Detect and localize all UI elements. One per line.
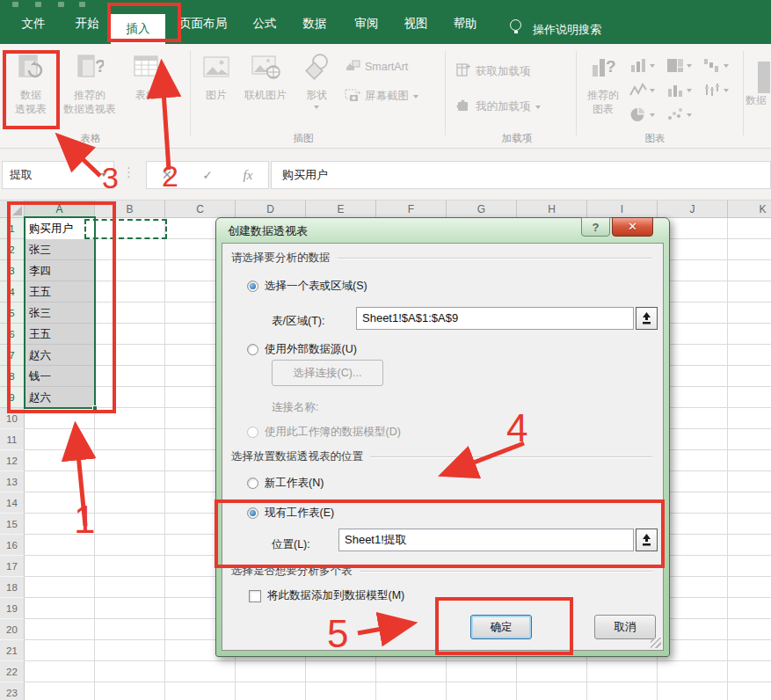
- online-pictures-button[interactable]: 联机图片: [239, 53, 292, 132]
- radio-unselected-icon[interactable]: [247, 478, 258, 489]
- connection-name-label: 连接名称:: [272, 400, 318, 415]
- column-header[interactable]: J: [658, 201, 728, 218]
- lightbulb-icon: [510, 19, 521, 31]
- get-addins-icon: +: [455, 63, 471, 80]
- insert-scatter-chart-button[interactable]: [666, 107, 692, 122]
- tab-home[interactable]: 开始: [76, 16, 99, 32]
- recommended-pivottables-button[interactable]: ? 推荐的 数据透视表: [56, 53, 123, 132]
- radio-select-table-range[interactable]: 选择一个表或区域(S): [247, 279, 367, 294]
- table-range-input[interactable]: Sheet1!$A$1:$A$9: [356, 307, 634, 330]
- checkbox-unchecked-icon[interactable]: [249, 590, 261, 602]
- row-header[interactable]: 23: [0, 682, 25, 700]
- insert-waterfall-chart-button[interactable]: [703, 58, 729, 73]
- choose-connection-button: 选择连接(C)...: [272, 360, 383, 386]
- tab-view[interactable]: 视图: [404, 16, 428, 32]
- online-pictures-label: 联机图片: [244, 88, 287, 102]
- insert-hierarchy-chart-button[interactable]: [666, 58, 692, 73]
- excel-window: 文件 开始 插入 页面布局 公式 数据 审阅 视图 帮助 操作说明搜索 数据 透…: [0, 0, 771, 700]
- scatter-chart-dropdown-icon: [687, 113, 692, 117]
- row-header[interactable]: 22: [0, 661, 25, 682]
- checkbox-add-to-data-model[interactable]: 将此数据添加到数据模型(M): [249, 588, 404, 603]
- column-header[interactable]: G: [447, 201, 517, 218]
- tell-me-search[interactable]: 操作说明搜索: [533, 22, 601, 38]
- name-box[interactable]: 提取: [2, 161, 114, 189]
- shapes-icon: [302, 53, 331, 84]
- column-header[interactable]: H: [517, 201, 587, 218]
- pie-chart-icon: [629, 107, 647, 122]
- dialog-close-button[interactable]: ✕: [612, 217, 653, 237]
- combo-chart-icon: [666, 83, 684, 98]
- insert-stock-chart-button[interactable]: [703, 83, 729, 98]
- column-header[interactable]: K: [728, 201, 771, 218]
- annotation-box-column-a: [7, 201, 116, 413]
- smartart-button[interactable]: SmartArt: [345, 58, 408, 75]
- shapes-button[interactable]: 形状: [295, 53, 338, 132]
- radio-new-worksheet[interactable]: 新工作表(N): [247, 476, 324, 491]
- resize-grip[interactable]: [651, 638, 661, 648]
- quick-access-icon[interactable]: [58, 2, 64, 7]
- quick-access-icon[interactable]: [35, 2, 41, 7]
- pie-chart-dropdown-icon: [650, 113, 655, 117]
- radio-external-source[interactable]: 使用外部数据源(U): [247, 342, 357, 357]
- formula-bar-drag-handle[interactable]: ⋮: [122, 164, 135, 180]
- get-addins-button[interactable]: + 获取加载项: [455, 63, 531, 80]
- row-header[interactable]: 12: [0, 450, 25, 471]
- collapse-range-icon: [641, 312, 652, 324]
- screenshot-dropdown-icon: [413, 95, 418, 98]
- quick-access-icon[interactable]: [79, 2, 85, 7]
- row-header[interactable]: 18: [0, 577, 25, 598]
- insert-column-chart-button[interactable]: [629, 58, 655, 73]
- stock-chart-icon: [703, 83, 721, 98]
- column-header[interactable]: I: [587, 201, 658, 218]
- radio-unselected-icon[interactable]: [247, 344, 258, 355]
- formula-input[interactable]: 购买用户: [271, 161, 771, 189]
- insert-line-chart-button[interactable]: [629, 83, 655, 98]
- row-header[interactable]: 13: [0, 471, 25, 492]
- column-header[interactable]: D: [236, 201, 306, 218]
- table-button[interactable]: 表格: [123, 53, 169, 132]
- ribbon-group-divider: [445, 51, 446, 135]
- annotation-box-ok-button: [435, 597, 573, 655]
- recommended-pivottables-line2: 数据透视表: [63, 102, 116, 116]
- radio-selected-icon[interactable]: [247, 281, 258, 292]
- name-box-value: 提取: [10, 168, 33, 181]
- insert-function-icon[interactable]: fx: [228, 168, 268, 183]
- group-label-addins: 加载项: [502, 132, 533, 145]
- insert-pie-chart-button[interactable]: [629, 107, 655, 122]
- row-header[interactable]: 19: [0, 598, 25, 619]
- tab-help[interactable]: 帮助: [454, 16, 477, 32]
- tab-file[interactable]: 文件: [22, 16, 46, 32]
- row-header[interactable]: 14: [0, 492, 25, 514]
- row-header[interactable]: 17: [0, 556, 25, 577]
- quick-access-icon[interactable]: [12, 2, 18, 7]
- column-header[interactable]: E: [306, 201, 376, 218]
- row-header[interactable]: 11: [0, 429, 25, 450]
- row-header[interactable]: 21: [0, 640, 25, 661]
- dialog-help-button[interactable]: ?: [581, 217, 610, 237]
- collapse-dialog-button[interactable]: [636, 307, 658, 330]
- cancel-button[interactable]: 取消: [594, 615, 656, 639]
- row-header[interactable]: 15: [0, 514, 25, 535]
- screenshot-button[interactable]: + 屏幕截图: [345, 88, 418, 105]
- my-addins-button[interactable]: 我的加载项: [455, 98, 541, 115]
- recommended-charts-button[interactable]: ? 推荐的 图表: [580, 53, 626, 132]
- insert-combo-chart-button[interactable]: [666, 83, 692, 98]
- tab-review[interactable]: 审阅: [355, 16, 379, 32]
- recommended-charts-icon: ?: [590, 53, 616, 84]
- recommended-pivottables-icon: ?: [76, 53, 104, 84]
- column-header[interactable]: F: [376, 201, 447, 218]
- group-label-tables: 表格: [81, 132, 101, 145]
- annotation-step-4: 4: [506, 406, 527, 450]
- row-header[interactable]: 20: [0, 619, 25, 640]
- enter-entry-icon[interactable]: ✓: [187, 168, 228, 182]
- column-header[interactable]: C: [165, 201, 236, 218]
- tab-data[interactable]: 数据: [303, 16, 327, 32]
- row-header[interactable]: 16: [0, 535, 25, 556]
- section-choose-location: 选择放置数据透视表的位置: [231, 449, 652, 464]
- pivotchart-label-partial[interactable]: 数据: [746, 93, 767, 108]
- pictures-button[interactable]: 图片: [195, 53, 237, 132]
- line-chart-dropdown-icon: [650, 89, 655, 92]
- tab-page-layout[interactable]: 页面布局: [179, 16, 227, 32]
- annotation-box-existing-worksheet: [215, 499, 665, 568]
- tab-formulas[interactable]: 公式: [253, 16, 277, 32]
